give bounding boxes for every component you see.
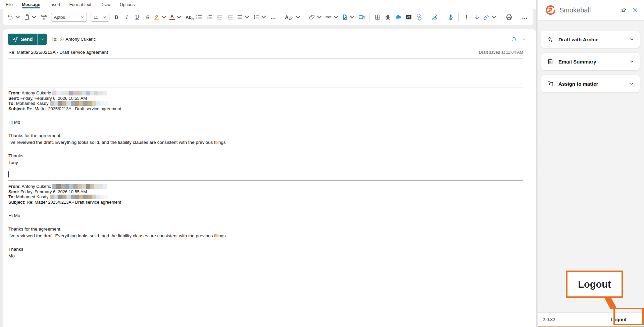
logout-callout-label: Logout <box>578 279 611 290</box>
smokeball-logo-icon <box>545 5 556 15</box>
quoted-body: Hi Mo Thanks for the agreement. I’ve rev… <box>8 119 523 166</box>
menu-options[interactable]: Options <box>119 0 135 9</box>
bold-icon: B <box>115 14 118 20</box>
font-color-button[interactable]: A <box>168 12 183 23</box>
c2-addin-button[interactable] <box>404 12 414 23</box>
increase-indent-button[interactable] <box>225 12 235 23</box>
send-icon <box>12 36 18 42</box>
loop-icon <box>416 14 423 21</box>
pin-icon[interactable] <box>621 7 627 13</box>
video-clip-button[interactable] <box>357 12 367 23</box>
chevron-down-icon <box>316 14 323 21</box>
card-assign-to-matter[interactable]: Assign to matter <box>541 75 640 92</box>
paste-button[interactable] <box>22 12 39 23</box>
toolbar-divider <box>443 13 443 22</box>
card-email-summary[interactable]: Email Summary <box>541 53 640 70</box>
chevron-down-icon <box>161 14 167 21</box>
active-tab-underline <box>22 7 40 8</box>
help-icon[interactable] <box>511 37 516 42</box>
insert-chart-button[interactable] <box>383 12 393 23</box>
decrease-indent-button[interactable] <box>215 12 225 23</box>
attach-file-button[interactable] <box>308 12 324 23</box>
high-importance-button[interactable] <box>461 12 472 23</box>
logout-button[interactable]: Logout <box>611 317 639 322</box>
closing-line: Thanks <box>8 153 523 159</box>
signature-icon <box>342 14 348 21</box>
clear-formatting-icon: Ab <box>186 15 192 20</box>
menu-format-text[interactable]: Format text <box>69 0 91 9</box>
chevron-down-icon <box>81 15 84 19</box>
dictate-button[interactable] <box>446 12 456 23</box>
quoted-subject-line: Subject: Re: Matter 2025/0213A - Draft s… <box>8 106 523 112</box>
styles-button[interactable]: A <box>284 12 302 23</box>
recipient-chip[interactable]: Antony Cukeric <box>59 37 96 42</box>
chevron-down-icon[interactable] <box>630 82 634 86</box>
chevron-down-icon[interactable] <box>522 37 526 41</box>
redacted-email-address <box>52 184 107 189</box>
cursor-position[interactable] <box>8 171 523 177</box>
format-painter-button[interactable] <box>39 12 49 23</box>
strikethrough-icon: S <box>146 14 149 20</box>
underline-button[interactable]: U <box>132 12 142 23</box>
loop-component-button[interactable] <box>414 12 424 23</box>
menu-draw[interactable]: Draw <box>100 0 110 9</box>
salesforce-button[interactable] <box>393 12 403 23</box>
menu-insert[interactable]: Insert <box>49 0 60 9</box>
subject-text[interactable]: Re: Matter 2025/0213A - Draft service ag… <box>8 50 108 55</box>
font-name-select[interactable]: Aptos <box>51 13 87 22</box>
chevron-down-icon <box>295 14 301 21</box>
body-line: Thanks for the agreement. <box>8 132 523 139</box>
text-align-button[interactable] <box>236 12 252 23</box>
body-line: Thanks for the agreement. <box>8 226 523 233</box>
send-button[interactable]: Send <box>8 34 47 45</box>
closing-line: Thanks <box>8 246 523 253</box>
send-row: Send To: Antony Cukeric <box>3 29 536 47</box>
redacted-email-address <box>52 91 107 95</box>
menu-file[interactable]: File <box>6 0 13 9</box>
email-body[interactable]: From: Antony Cukeric Sent: Friday, Febru… <box>8 59 523 259</box>
print-button[interactable] <box>504 12 514 23</box>
chevron-down-icon[interactable] <box>630 59 634 64</box>
menu-message[interactable]: Message <box>22 0 40 9</box>
bold-button[interactable]: B <box>111 12 121 23</box>
format-painter-icon <box>41 14 47 21</box>
paragraph-more-button[interactable]: ... <box>268 12 278 23</box>
reply-empty-space[interactable] <box>8 59 523 87</box>
to-field[interactable]: To: Antony Cukeric <box>51 37 96 42</box>
insert-table-button[interactable] <box>373 12 383 23</box>
quoted-sent-line: Sent: Friday, February 6, 2026 10:55 AM <box>8 96 523 101</box>
strikethrough-button[interactable]: S <box>143 12 153 23</box>
italic-button[interactable]: I <box>122 12 132 23</box>
more-options-button[interactable]: ... <box>520 12 530 23</box>
editor-button[interactable] <box>430 12 440 23</box>
send-row-right-icons <box>511 37 526 42</box>
font-size-select[interactable]: 11 <box>91 13 109 22</box>
body-line: I’ve reviewed the draft. Everything look… <box>8 233 523 239</box>
bulleted-list-button[interactable] <box>194 12 204 23</box>
clear-formatting-button[interactable]: Ab <box>184 12 194 23</box>
low-importance-button[interactable] <box>472 12 482 23</box>
remove-recipient-icon[interactable] <box>59 37 64 42</box>
card-draft-with-archie[interactable]: Draft with Archie <box>541 31 640 48</box>
menu-bar: File Message Insert Format text Draw Opt… <box>0 0 538 9</box>
undo-icon <box>7 14 13 21</box>
bulleted-list-icon <box>196 14 202 21</box>
ribbon-toolbar: Aptos 11 B I U S A Ab ... A <box>3 9 533 25</box>
sweep-button[interactable] <box>482 12 498 23</box>
numbered-list-button[interactable] <box>204 12 214 23</box>
insert-link-button[interactable] <box>324 12 340 23</box>
menu-draw-label: Draw <box>100 2 110 7</box>
line-spacing-button[interactable] <box>252 12 268 23</box>
undo-button[interactable] <box>6 12 22 23</box>
close-icon[interactable] <box>632 7 638 13</box>
chevron-down-icon[interactable] <box>630 37 634 42</box>
signature-button[interactable] <box>341 12 357 23</box>
highlight-color-button[interactable] <box>153 12 168 23</box>
send-label: Send <box>21 37 33 42</box>
subject-row[interactable]: Re: Matter 2025/0213A - Draft service ag… <box>8 47 523 59</box>
send-options-chevron[interactable] <box>37 34 47 45</box>
chevron-down-icon <box>260 14 267 21</box>
quoted-body: Hi Mo Thanks for the agreement. I’ve rev… <box>8 212 523 259</box>
toolbar-divider <box>501 13 501 22</box>
menu-insert-label: Insert <box>49 2 60 7</box>
